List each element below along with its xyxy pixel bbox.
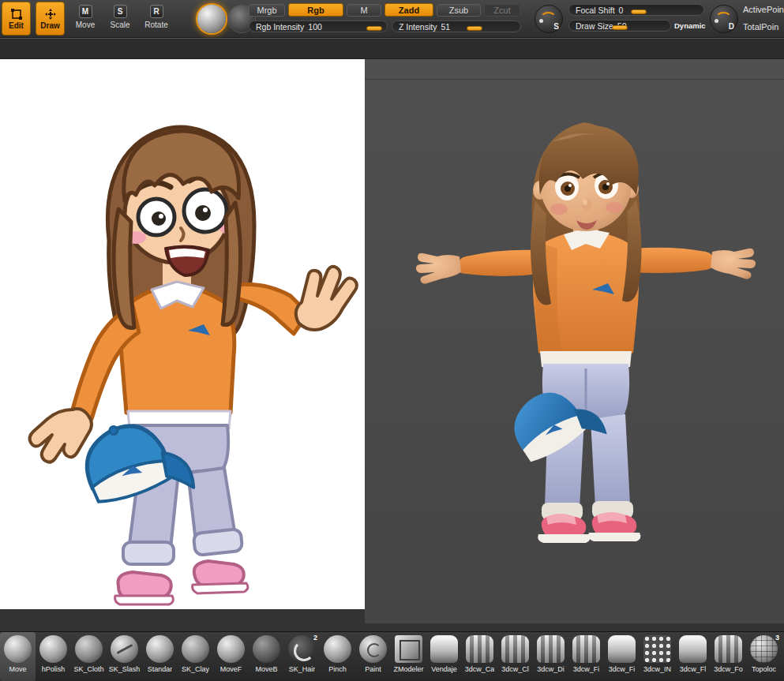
rotate-tool-icon: R	[150, 5, 163, 18]
brush-thumbnail-icon[interactable]	[750, 635, 778, 663]
m-button[interactable]: M	[347, 4, 381, 17]
brush-item[interactable]: 3dcw_Fi	[568, 632, 604, 681]
top-toolbar: Edit Draw M Move S Scale R Rotate Mrgb R…	[0, 0, 784, 38]
brush-item[interactable]: 3dcw_Fi	[604, 632, 640, 681]
brush-thumbnail-icon[interactable]	[146, 635, 174, 663]
scale-tool-icon: S	[114, 5, 127, 18]
reference-canvas[interactable]	[0, 59, 365, 609]
z-intensity-handle[interactable]	[467, 26, 482, 31]
brush-item[interactable]: SK_Cloth	[71, 632, 107, 681]
brush-label: MoveF	[220, 665, 242, 673]
focal-shift-label: Focal Shift	[576, 6, 615, 15]
brush-thumbnail-icon[interactable]	[679, 635, 707, 663]
rgb-intensity-label: Rgb Intensity	[256, 22, 304, 32]
dynamic-brush-icon[interactable]: D	[710, 5, 738, 33]
brush-label: SK_Clay	[182, 665, 209, 673]
rgb-intensity-slider[interactable]: Rgb Intensity 100	[249, 21, 388, 32]
sculpt-model	[365, 59, 784, 623]
mrgb-label: Mrgb	[257, 6, 276, 15]
brush-badge: 3	[775, 634, 779, 642]
brush-thumbnail-icon[interactable]	[715, 635, 742, 663]
scale-tool-button[interactable]: S Scale	[104, 5, 136, 29]
focal-shift-slider[interactable]: Focal Shift 0	[568, 4, 704, 16]
rgb-intensity-handle[interactable]	[366, 26, 382, 31]
brush-thumbnail-icon[interactable]	[111, 635, 138, 663]
brush-item[interactable]: 3dcw_Ca	[462, 632, 497, 681]
stroke-curve-icon[interactable]: S	[535, 5, 563, 33]
brush-label: 3dcw_Fi	[573, 665, 600, 673]
brush-item[interactable]: hPolish	[36, 632, 71, 681]
brush-item[interactable]: MoveB	[249, 632, 284, 681]
brush-item[interactable]: Standar	[142, 632, 178, 681]
brush-item[interactable]: Paint	[355, 632, 391, 681]
brush-label: Topoloc	[752, 665, 776, 673]
brush-item[interactable]: 3dcw_Di	[533, 632, 568, 681]
brush-thumbnail-icon[interactable]	[395, 635, 422, 663]
brush-label: 3dcw_IN	[643, 665, 671, 673]
current-brush-preview[interactable]	[197, 5, 226, 33]
z-intensity-value: 51	[441, 22, 450, 32]
total-points-label: TotalPoin	[743, 22, 778, 32]
brush-thumbnail-icon[interactable]	[430, 635, 458, 663]
brush-label: Standar	[148, 665, 173, 673]
brush-label: Vendaje	[431, 665, 457, 673]
draw-size-handle[interactable]	[612, 25, 628, 30]
stroke-curve-letter: S	[553, 22, 559, 31]
brush-item[interactable]: 3dcw_Fl	[675, 632, 711, 681]
dynamic-brush-letter: D	[729, 22, 734, 31]
brush-item[interactable]: MoveF	[213, 632, 249, 681]
brush-thumbnail-icon[interactable]	[217, 635, 245, 663]
z-intensity-label: Z Intensity	[399, 22, 437, 32]
brush-item[interactable]: Move	[0, 632, 36, 681]
brush-thumbnail-icon[interactable]	[537, 635, 565, 663]
brush-thumbnail-icon[interactable]	[466, 635, 493, 663]
toolbar-spacer	[0, 38, 784, 59]
draw-button[interactable]: Draw	[36, 2, 65, 36]
zadd-label: Zadd	[399, 6, 419, 15]
brush-label: SK_Slash	[109, 665, 141, 673]
brush-item[interactable]: Pinch	[320, 632, 355, 681]
brush-label: MoveB	[255, 665, 277, 673]
edit-button[interactable]: Edit	[2, 2, 31, 36]
brush-label: Paint	[365, 665, 381, 673]
brush-item[interactable]: ZModeler	[391, 632, 426, 681]
rgb-button[interactable]: Rgb	[288, 3, 343, 17]
zcut-button[interactable]: Zcut	[484, 4, 520, 17]
brush-item[interactable]: 3dcw_Cl	[497, 632, 533, 681]
brush-thumbnail-icon[interactable]	[253, 635, 280, 663]
rgb-label: Rgb	[307, 6, 324, 15]
brush-thumbnail-icon[interactable]	[288, 635, 316, 663]
brush-label: hPolish	[42, 665, 66, 673]
brush-label: SK_Cloth	[73, 665, 103, 673]
brush-thumbnail-icon[interactable]	[39, 635, 67, 663]
zadd-button[interactable]: Zadd	[384, 3, 433, 17]
brush-item[interactable]: 2SK_Hair	[284, 632, 320, 681]
z-intensity-slider[interactable]: Z Intensity 51	[392, 21, 521, 32]
zsub-button[interactable]: Zsub	[437, 4, 481, 17]
brush-label: SK_Hair	[289, 665, 316, 673]
brush-item[interactable]: Vendaje	[426, 632, 462, 681]
brush-thumbnail-icon[interactable]	[4, 635, 32, 663]
brush-item[interactable]: SK_Slash	[107, 632, 142, 681]
brush-thumbnail-icon[interactable]	[608, 635, 636, 663]
brush-thumbnail-icon[interactable]	[572, 635, 600, 663]
brush-item[interactable]: 3dcw_Fo	[711, 632, 746, 681]
brush-thumbnail-icon[interactable]	[324, 635, 351, 663]
draw-icon	[44, 8, 57, 21]
brush-label: 3dcw_Fo	[714, 665, 743, 673]
focal-shift-value: 0	[619, 6, 624, 15]
brush-thumbnail-icon[interactable]	[501, 635, 529, 663]
brush-item[interactable]: 3dcw_IN	[640, 632, 675, 681]
brush-thumbnail-icon[interactable]	[182, 635, 209, 663]
mrgb-button[interactable]: Mrgb	[249, 4, 285, 17]
draw-size-slider[interactable]: Draw Size 50	[568, 20, 671, 32]
brush-thumbnail-icon[interactable]	[643, 635, 671, 663]
move-tool-button[interactable]: M Move	[69, 5, 101, 29]
brush-thumbnail-icon[interactable]	[75, 635, 103, 663]
brush-item[interactable]: 3Topoloc	[746, 632, 782, 681]
sculpt-viewport[interactable]	[365, 59, 784, 623]
focal-shift-handle[interactable]	[631, 9, 647, 14]
brush-thumbnail-icon[interactable]	[359, 635, 387, 663]
rotate-tool-button[interactable]: R Rotate	[141, 5, 172, 29]
brush-item[interactable]: SK_Clay	[178, 632, 213, 681]
